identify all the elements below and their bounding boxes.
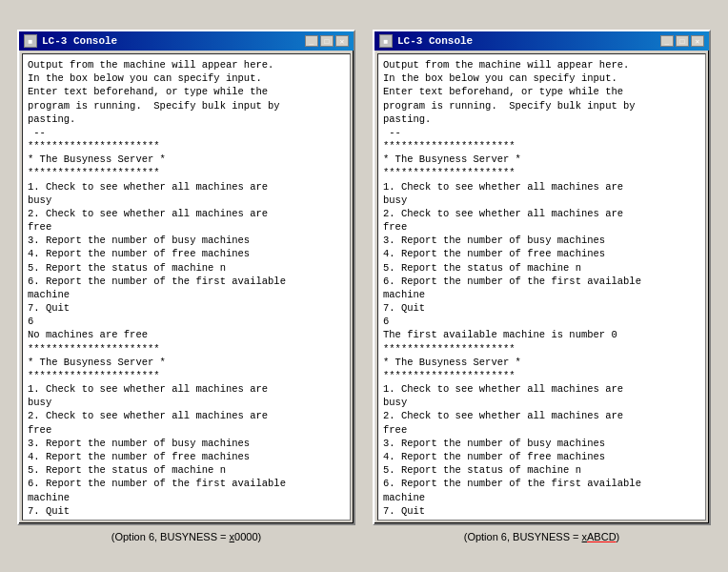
console1-title-bar: ■ LC-3 Console _ □ ✕	[19, 31, 354, 51]
console1-caption: (Option 6, BUSYNESS = x0000)	[111, 531, 261, 542]
console1-window: ■ LC-3 Console _ □ ✕ Output from the mac…	[17, 30, 355, 525]
console2-wrapper: ■ LC-3 Console _ □ ✕ Output from the mac…	[373, 30, 711, 542]
console2-icon: ■	[379, 34, 393, 48]
consoles-container: ■ LC-3 Console _ □ ✕ Output from the mac…	[17, 30, 711, 542]
console1-icon: ■	[24, 34, 37, 48]
console1-controls: _ □ ✕	[305, 35, 349, 47]
console1-minimize-btn[interactable]: _	[305, 35, 318, 47]
console2-title-left: ■ LC-3 Console	[379, 34, 473, 48]
console1-content[interactable]: Output from the machine will appear here…	[22, 53, 351, 521]
console1-caption-plain: (Option 6, BUSYNESS =	[111, 531, 230, 542]
console1-close-btn[interactable]: ✕	[335, 35, 349, 47]
console1-title-left: ■ LC-3 Console	[24, 34, 117, 48]
console2-minimize-btn[interactable]: _	[660, 35, 674, 47]
console1-caption-after: 0000)	[234, 531, 261, 542]
console2-caption: (Option 6, BUSYNESS = xABCD)	[464, 531, 620, 542]
console1-title: LC-3 Console	[42, 35, 117, 47]
console2-caption-plain: (Option 6, BUSYNESS =	[464, 531, 582, 542]
console2-window: ■ LC-3 Console _ □ ✕ Output from the mac…	[373, 30, 711, 525]
console1-maximize-btn[interactable]: □	[320, 35, 334, 47]
console2-caption-after: ABCD	[587, 531, 617, 542]
console2-title: LC-3 Console	[397, 35, 473, 47]
console2-caption-close: )	[617, 531, 620, 542]
console2-close-btn[interactable]: ✕	[691, 35, 704, 47]
console2-title-bar: ■ LC-3 Console _ □ ✕	[374, 31, 709, 51]
console2-controls: _ □ ✕	[660, 35, 704, 47]
console2-maximize-btn[interactable]: □	[676, 35, 689, 47]
console2-content[interactable]: Output from the machine will appear here…	[377, 53, 706, 521]
console1-wrapper: ■ LC-3 Console _ □ ✕ Output from the mac…	[17, 30, 355, 542]
